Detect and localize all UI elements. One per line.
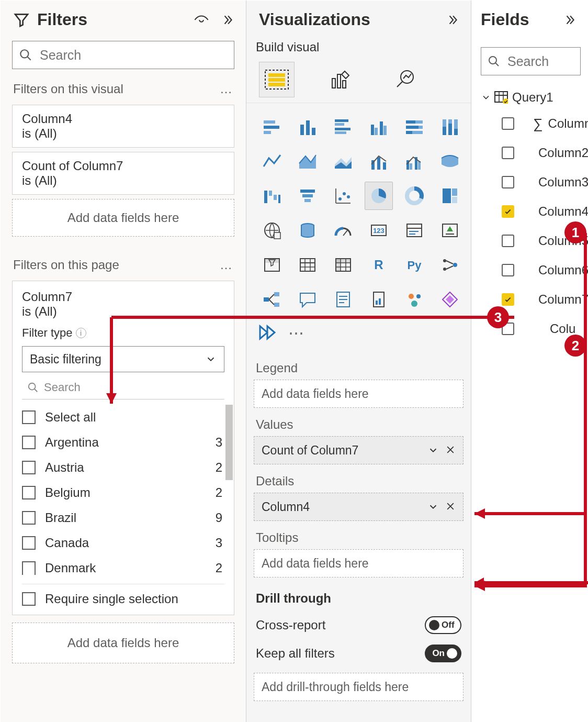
checkbox[interactable]	[22, 592, 36, 606]
slicer-icon[interactable]	[258, 251, 286, 279]
checkbox[interactable]	[502, 235, 514, 247]
remove-icon[interactable]	[445, 445, 456, 456]
area-chart-icon[interactable]	[293, 147, 322, 175]
stacked-column-chart-icon[interactable]	[293, 113, 322, 141]
hundred-stacked-bar-icon[interactable]	[400, 113, 428, 141]
scrollbar[interactable]	[225, 405, 233, 480]
line-stacked-column-icon[interactable]	[365, 147, 393, 175]
field-colu[interactable]: Colu	[481, 314, 582, 343]
checkbox[interactable]	[22, 486, 36, 499]
stacked-bar-chart-icon[interactable]	[258, 113, 286, 141]
checkbox[interactable]	[502, 293, 514, 306]
map-icon[interactable]	[258, 216, 286, 245]
line-chart-icon[interactable]	[258, 147, 286, 175]
checkbox[interactable]	[22, 536, 36, 550]
filters-search-input[interactable]	[39, 47, 228, 63]
filter-value-item[interactable]: Argentina3	[22, 430, 234, 455]
stacked-area-chart-icon[interactable]	[329, 147, 357, 175]
key-influencers-icon[interactable]	[436, 251, 464, 279]
info-icon[interactable]: i	[76, 328, 86, 338]
filter-value-select-all[interactable]: Select all	[22, 405, 234, 430]
checkbox[interactable]	[22, 461, 36, 474]
treemap-icon[interactable]	[436, 182, 464, 210]
eye-icon[interactable]	[194, 12, 209, 28]
tab-format-visual[interactable]	[323, 62, 358, 97]
r-visual-icon[interactable]: R	[365, 251, 393, 279]
checkbox[interactable]	[502, 323, 514, 335]
checkbox[interactable]	[502, 176, 514, 188]
tab-analytics[interactable]	[387, 62, 422, 97]
paginated-report-icon[interactable]	[365, 285, 393, 314]
matrix-icon[interactable]	[329, 251, 357, 279]
scatter-chart-icon[interactable]	[329, 182, 357, 210]
waterfall-chart-icon[interactable]	[258, 182, 286, 210]
pie-chart-icon[interactable]	[365, 182, 393, 210]
filters-search[interactable]	[12, 41, 234, 69]
filter-value-item[interactable]: Denmark2	[22, 556, 234, 581]
checkbox[interactable]	[22, 511, 36, 525]
python-visual-icon[interactable]: Py	[400, 251, 428, 279]
visual-filters-more-icon[interactable]: …	[220, 82, 233, 96]
power-apps-icon[interactable]	[436, 285, 464, 314]
checkbox[interactable]	[22, 436, 36, 449]
multi-row-card-icon[interactable]	[400, 216, 428, 245]
qa-visual-icon[interactable]	[293, 285, 322, 314]
details-chip[interactable]: Column4	[254, 493, 463, 521]
checkbox[interactable]	[502, 205, 514, 218]
hundred-stacked-column-icon[interactable]	[436, 113, 464, 141]
line-clustered-column-icon[interactable]	[400, 147, 428, 175]
field-column2[interactable]: Column2	[481, 138, 582, 168]
fields-search[interactable]	[481, 47, 581, 75]
table-icon[interactable]	[293, 251, 322, 279]
chevron-down-icon[interactable]	[427, 445, 439, 456]
drill-through-well[interactable]: Add drill-through fields here	[254, 673, 463, 701]
checkbox[interactable]	[502, 117, 514, 130]
decomposition-tree-icon[interactable]	[258, 285, 286, 314]
filled-map-icon[interactable]	[293, 216, 322, 245]
gauge-icon[interactable]	[329, 216, 357, 245]
clustered-bar-chart-icon[interactable]	[329, 113, 357, 141]
card-icon[interactable]: 123	[365, 216, 393, 245]
collapse-icon[interactable]	[221, 13, 236, 27]
require-single-selection[interactable]: Require single selection	[22, 584, 224, 606]
field-column3[interactable]: Column3	[481, 168, 582, 197]
filter-value-item[interactable]: Brazil9	[22, 505, 234, 530]
clustered-column-chart-icon[interactable]	[365, 113, 393, 141]
keep-filters-toggle[interactable]: On	[425, 645, 461, 662]
filter-values-search[interactable]: Search	[22, 375, 224, 399]
power-automate-icon[interactable]	[258, 323, 281, 342]
arcgis-map-icon[interactable]	[400, 285, 428, 314]
smart-narrative-icon[interactable]	[329, 285, 357, 314]
ribbon-chart-icon[interactable]	[436, 147, 464, 175]
tooltips-well[interactable]: Add data fields here	[254, 549, 463, 577]
filter-card-column4[interactable]: Column4 is (All)	[12, 105, 234, 148]
checkbox[interactable]	[22, 410, 36, 424]
donut-chart-icon[interactable]	[400, 182, 428, 210]
checkbox[interactable]	[22, 561, 36, 575]
fields-search-input[interactable]	[506, 53, 574, 70]
field-column1[interactable]: ∑Column1	[481, 109, 582, 138]
collapse-icon[interactable]	[563, 13, 579, 27]
field-column6[interactable]: Column6	[481, 256, 582, 285]
kpi-icon[interactable]	[436, 216, 464, 245]
cross-report-toggle[interactable]: Off	[425, 616, 461, 634]
values-chip[interactable]: Count of Column7	[254, 436, 463, 464]
filter-value-item[interactable]: Belgium2	[22, 480, 234, 505]
field-column7[interactable]: Column7…	[481, 285, 582, 314]
filter-card-count-column7[interactable]: Count of Column7 is (All)	[12, 152, 234, 195]
checkbox[interactable]	[502, 264, 514, 276]
checkbox[interactable]	[502, 147, 514, 159]
funnel-chart-icon[interactable]	[293, 182, 322, 210]
remove-icon[interactable]	[445, 501, 456, 513]
field-column4[interactable]: Column4	[481, 197, 582, 226]
legend-well[interactable]: Add data fields here	[254, 380, 463, 408]
page-filters-more-icon[interactable]: …	[220, 258, 233, 272]
more-visuals-icon[interactable]: ⋯	[288, 324, 304, 342]
table-node[interactable]: Query1	[481, 86, 582, 109]
page-filters-drop[interactable]: Add data fields here	[12, 623, 234, 663]
filter-value-item[interactable]: Austria2	[22, 455, 234, 480]
tab-build-visual[interactable]	[259, 62, 295, 97]
field-column5[interactable]: Column5	[481, 226, 582, 256]
collapse-icon[interactable]	[446, 13, 461, 27]
filter-type-select[interactable]: Basic filtering	[22, 346, 224, 372]
